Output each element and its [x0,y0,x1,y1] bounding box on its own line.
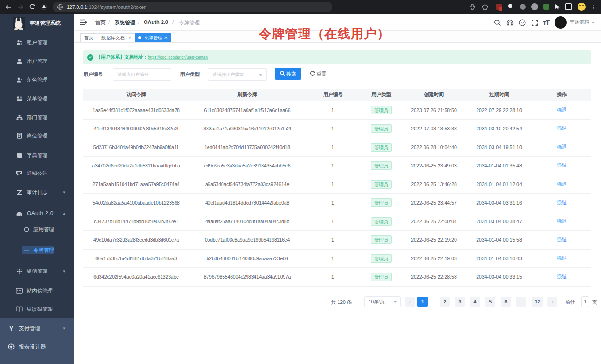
svg-text:?: ? [521,20,523,25]
